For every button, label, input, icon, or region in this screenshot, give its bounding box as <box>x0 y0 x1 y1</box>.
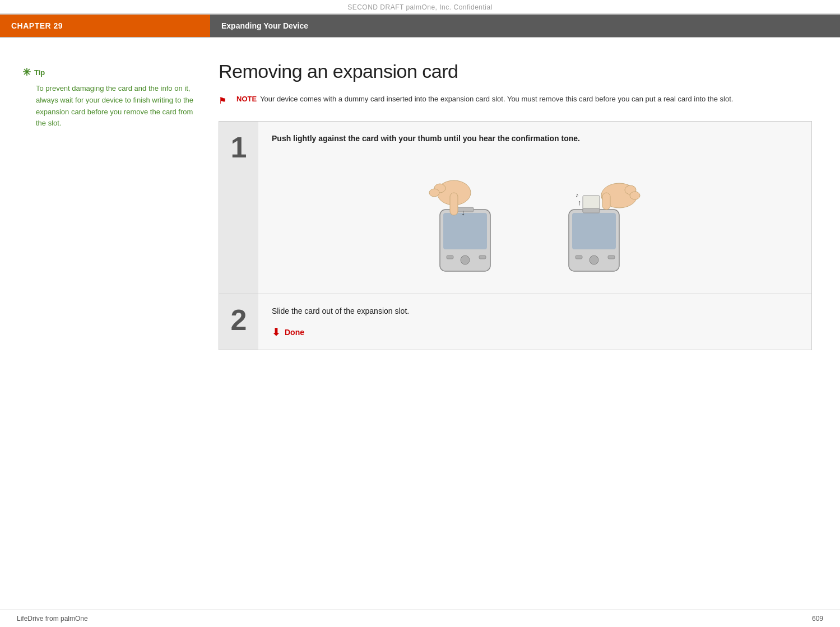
chapter-label: CHAPTER 29 <box>0 15 210 37</box>
svg-point-9 <box>429 189 439 197</box>
step-1-illustration-right: ♪ ↑ <box>546 165 647 277</box>
svg-rect-7 <box>450 193 458 215</box>
svg-rect-17 <box>608 256 615 259</box>
note-content: NOTEYour device comes with a dummy card … <box>236 94 733 105</box>
svg-text:↑: ↑ <box>578 198 582 207</box>
done-label: Done <box>285 328 304 337</box>
chapter-bar: CHAPTER 29 Expanding Your Device <box>0 13 840 38</box>
svg-rect-21 <box>602 193 610 210</box>
note-block: ⚑ NOTEYour device comes with a dummy car… <box>219 94 812 108</box>
step-1-content: Push lightly against the card with your … <box>258 122 811 294</box>
step-2-number: 2 <box>219 294 258 350</box>
done-arrow-icon: ⬇ <box>272 326 280 338</box>
svg-rect-16 <box>576 256 582 259</box>
note-text: Your device comes with a dummy card inse… <box>260 95 733 103</box>
step-1-illustration: ↓ <box>272 154 798 282</box>
tip-star-icon: ✳ <box>22 66 31 78</box>
main-content: ✳ Tip To prevent damaging the card and t… <box>0 38 840 373</box>
steps-container: 1 Push lightly against the card with you… <box>219 121 812 350</box>
step-2-instruction: Slide the card out of the expansion slot… <box>272 305 798 317</box>
svg-rect-5 <box>479 256 486 259</box>
svg-text:♪: ♪ <box>576 192 579 198</box>
right-content: Removing an expansion card ⚑ NOTEYour de… <box>207 61 823 350</box>
svg-rect-2 <box>457 207 474 212</box>
svg-rect-14 <box>583 208 600 213</box>
footer-left: LifeDrive from palmOne <box>17 615 88 623</box>
tip-header: ✳ Tip <box>22 66 196 78</box>
tip-label: Tip <box>34 68 45 77</box>
svg-rect-4 <box>447 256 453 259</box>
footer: LifeDrive from palmOne 609 <box>0 610 840 627</box>
page-title: Removing an expansion card <box>219 61 812 82</box>
step-1-illustration-left: ↓ <box>423 165 513 277</box>
note-icon: ⚑ <box>219 94 231 108</box>
svg-rect-12 <box>572 213 616 249</box>
svg-point-20 <box>630 192 640 199</box>
footer-right: 609 <box>812 615 823 623</box>
note-label: NOTE <box>236 95 257 103</box>
svg-point-3 <box>461 256 470 264</box>
step-1-number: 1 <box>219 122 258 294</box>
sidebar: ✳ Tip To prevent damaging the card and t… <box>17 61 207 350</box>
step-1: 1 Push lightly against the card with you… <box>219 122 811 294</box>
tip-text: To prevent damaging the card and the inf… <box>22 83 196 129</box>
done-link[interactable]: ⬇ Done <box>272 326 798 338</box>
step-1-instruction: Push lightly against the card with your … <box>272 133 798 145</box>
svg-rect-1 <box>443 213 487 249</box>
step-2-content: Slide the card out of the expansion slot… <box>258 294 811 350</box>
svg-text:↓: ↓ <box>461 208 465 217</box>
watermark-text: SECOND DRAFT palmOne, Inc. Confidential <box>0 0 840 13</box>
section-title: Expanding Your Device <box>210 15 840 37</box>
step-2: 2 Slide the card out of the expansion sl… <box>219 294 811 350</box>
svg-point-15 <box>590 256 598 264</box>
